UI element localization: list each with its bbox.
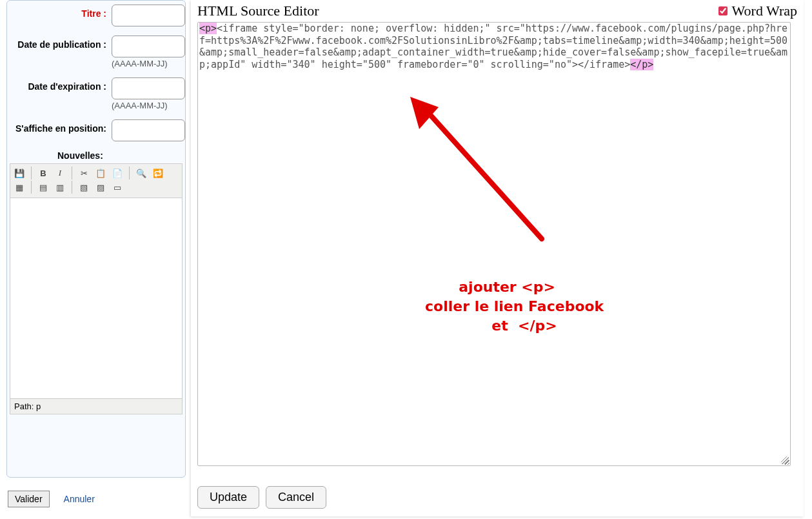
cancel-button[interactable]: Cancel (266, 486, 326, 509)
find-icon[interactable]: 🔍 (135, 167, 148, 179)
wordwrap-checkbox[interactable] (718, 6, 728, 15)
hint-date-pub: (AAAA-MM-JJ) (112, 59, 185, 68)
form-panel: Titre : Date de publication : (AAAA-MM-J… (6, 0, 186, 478)
input-titre[interactable] (112, 5, 185, 26)
row-before-icon[interactable]: ▤ (37, 181, 50, 194)
source-textarea[interactable]: <p><iframe style="border: none; overflow… (197, 22, 791, 466)
modal-title: HTML Source Editor (197, 3, 319, 19)
html-source-modal: HTML Source Editor Word Wrap <p><iframe … (191, 0, 804, 516)
path-value: p (36, 402, 41, 411)
path-prefix: Path: (14, 402, 36, 411)
italic-icon[interactable]: I (54, 167, 66, 179)
label-date-exp: Date d'expiration : (7, 77, 112, 92)
editor-path-bar: Path: p (10, 398, 182, 414)
row-after-icon[interactable]: ▥ (54, 181, 66, 194)
wordwrap-toggle[interactable]: Word Wrap (716, 3, 797, 19)
input-date-pub[interactable] (112, 36, 185, 57)
resize-handle-icon[interactable] (780, 455, 789, 464)
col-after-icon[interactable]: ▨ (94, 181, 107, 194)
table-icon[interactable]: ▦ (13, 181, 26, 194)
source-middle: <iframe style="border: none; overflow: h… (199, 23, 787, 70)
editor-content-area[interactable] (10, 198, 182, 398)
annuler-link[interactable]: Annuler (64, 494, 95, 504)
replace-icon[interactable]: 🔁 (152, 167, 164, 179)
copy-icon[interactable]: 📋 (94, 167, 107, 179)
label-position: S'affiche en position: (7, 119, 112, 134)
editor-toolbar: 💾 B I ✂ 📋 📄 🔍 🔁 ▦ ▤ ▥ (10, 164, 182, 198)
close-p-tag: </p> (630, 59, 653, 70)
rich-text-editor: 💾 B I ✂ 📋 📄 🔍 🔁 ▦ ▤ ▥ (10, 163, 183, 414)
merge-icon[interactable]: ▭ (111, 181, 124, 194)
bold-icon[interactable]: B (37, 167, 50, 179)
input-position[interactable] (112, 119, 185, 141)
valider-button[interactable]: Valider (8, 491, 50, 507)
open-p-tag: <p> (199, 23, 217, 34)
col-before-icon[interactable]: ▧ (77, 181, 90, 194)
label-titre: Titre : (7, 5, 112, 19)
input-date-exp[interactable] (112, 77, 185, 99)
paste-icon[interactable]: 📄 (111, 167, 124, 179)
label-date-pub: Date de publication : (7, 36, 112, 50)
wordwrap-label: Word Wrap (732, 3, 797, 19)
update-button[interactable]: Update (197, 486, 259, 509)
label-nouvelles: Nouvelles: (57, 150, 185, 161)
hint-date-exp: (AAAA-MM-JJ) (112, 101, 185, 110)
save-icon[interactable]: 💾 (13, 167, 26, 179)
cut-icon[interactable]: ✂ (77, 167, 90, 179)
